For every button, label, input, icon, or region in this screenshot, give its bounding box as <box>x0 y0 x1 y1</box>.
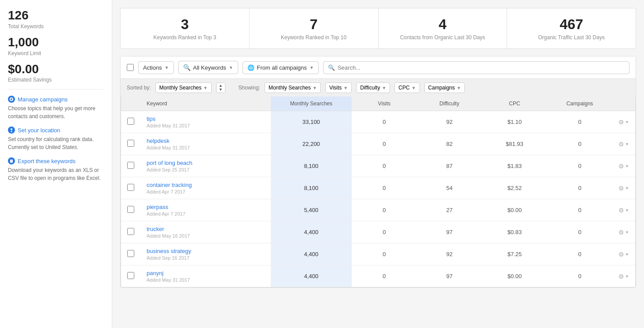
keyword-added-date: Added Sep 16 2017 <box>147 255 265 261</box>
keyword-cell: panynj Added May 31 2017 <box>140 265 271 287</box>
keyword-added-date: Added May 31 2017 <box>147 277 265 283</box>
th-campaigns[interactable]: Campaigns <box>547 97 612 111</box>
row-checkbox[interactable] <box>127 206 134 213</box>
th-checkbox <box>121 97 140 111</box>
row-actions-cell: ⚙ ▼ <box>612 243 635 265</box>
visits-cell: 0 <box>352 111 417 133</box>
row-gear-button[interactable]: ⚙ ▼ <box>618 185 629 192</box>
keyword-name[interactable]: helpdesk <box>147 138 265 144</box>
showing-visits-button[interactable]: Visits ▼ <box>325 82 352 93</box>
visits-cell: 0 <box>352 199 417 221</box>
visits-cell: 0 <box>352 221 417 243</box>
toolbar: Actions ▼ 🔍 All Keywords ▼ 🌐 From all ca… <box>121 56 636 79</box>
search-input[interactable] <box>338 64 625 71</box>
row-checkbox-cell <box>121 133 140 155</box>
search-box[interactable]: 🔍 <box>323 61 629 74</box>
stat-contacts: 4 Contacts from Organic Last 30 Days <box>379 8 508 48</box>
sorted-by-button[interactable]: Monthly Searches ▼ <box>155 82 212 93</box>
row-gear-button[interactable]: ⚙ ▼ <box>618 207 629 214</box>
th-visits[interactable]: Visits <box>352 97 417 111</box>
total-keywords-stat: 126 Total Keywords <box>8 9 104 30</box>
row-checkbox[interactable] <box>127 250 134 257</box>
keyword-added-date: Added May 31 2017 <box>147 123 265 128</box>
showing-arrow-icon: ▼ <box>313 86 317 90</box>
showing-monthly-button[interactable]: Monthly Searches ▼ <box>265 82 321 93</box>
showing-cpc-button[interactable]: CPC ▼ <box>394 82 420 93</box>
campaign-filter-arrow-icon: ▼ <box>309 65 314 70</box>
monthly-searches-cell: 5,400 <box>271 199 352 221</box>
gear-icon: ⚙ <box>618 273 624 280</box>
table-row: business strategy Added Sep 16 2017 4,40… <box>121 243 635 265</box>
select-all-checkbox[interactable] <box>127 64 134 71</box>
table-header-row: Keyword Monthly Searches Visits Difficul… <box>121 97 635 111</box>
visits-cell: 0 <box>352 243 417 265</box>
campaigns-cell: 0 <box>547 243 612 265</box>
row-gear-button[interactable]: ⚙ ▼ <box>618 141 629 148</box>
sort-direction-button[interactable]: ▲ ▼ <box>216 82 225 93</box>
keyword-name[interactable]: pierpass <box>147 204 265 210</box>
row-checkbox-cell <box>121 221 140 243</box>
row-checkbox-cell <box>121 177 140 199</box>
svg-point-1 <box>11 98 12 100</box>
estimated-savings-label: Estimated Savings <box>8 77 104 83</box>
row-checkbox-cell <box>121 243 140 265</box>
gear-icon: ⚙ <box>618 141 624 148</box>
th-cpc[interactable]: CPC <box>482 97 547 111</box>
gear-icon: ⚙ <box>618 185 624 192</box>
th-monthly[interactable]: Monthly Searches <box>271 97 352 111</box>
row-actions-cell: ⚙ ▼ <box>612 221 635 243</box>
keyword-name[interactable]: panynj <box>147 270 265 276</box>
showing-campaigns-button[interactable]: Campaigns ▼ <box>424 82 465 93</box>
row-checkbox[interactable] <box>127 228 134 235</box>
row-checkbox[interactable] <box>127 118 134 125</box>
row-checkbox[interactable] <box>127 140 134 147</box>
cpc-cell: $0.00 <box>482 199 547 221</box>
monthly-searches-cell: 4,400 <box>271 265 352 287</box>
campaign-filter-button[interactable]: 🌐 From all campaigns ▼ <box>243 61 319 74</box>
export-keywords-link[interactable]: Export these keywords <box>8 157 104 164</box>
keyword-added-date: Added Sep 25 2017 <box>147 167 265 172</box>
keyword-name[interactable]: business strategy <box>147 248 265 254</box>
row-actions-cell: ⚙ ▼ <box>612 265 635 287</box>
row-gear-button[interactable]: ⚙ ▼ <box>618 229 629 236</box>
row-checkbox[interactable] <box>127 162 134 169</box>
keyword-name[interactable]: trucker <box>147 226 265 232</box>
row-checkbox[interactable] <box>127 184 134 191</box>
row-checkbox[interactable] <box>127 272 134 279</box>
manage-campaigns-link[interactable]: Manage campaigns <box>8 96 104 103</box>
stat-contacts-label: Contacts from Organic Last 30 Days <box>383 34 503 41</box>
estimated-savings-stat: $0.00 Estimated Savings <box>8 63 104 83</box>
row-gear-button[interactable]: ⚙ ▼ <box>618 273 629 280</box>
difficulty-cell: 54 <box>417 177 482 199</box>
row-actions-cell: ⚙ ▼ <box>612 111 635 133</box>
showing-difficulty-button[interactable]: Difficulty ▼ <box>356 82 390 93</box>
th-difficulty[interactable]: Difficulty <box>417 97 482 111</box>
row-gear-button[interactable]: ⚙ ▼ <box>618 251 629 258</box>
visits-cell: 0 <box>352 177 417 199</box>
set-location-link[interactable]: Set your location <box>8 127 104 134</box>
keyword-name[interactable]: container tracking <box>147 182 265 188</box>
visits-cell: 0 <box>352 133 417 155</box>
keyword-name[interactable]: tips <box>147 116 265 122</box>
sorted-by-label: Sorted by: <box>127 85 151 91</box>
row-gear-button[interactable]: ⚙ ▼ <box>618 163 629 170</box>
all-keywords-button[interactable]: 🔍 All Keywords ▼ <box>178 61 238 74</box>
keyword-cell: helpdesk Added May 31 2017 <box>140 133 271 155</box>
th-keyword[interactable]: Keyword <box>140 97 271 111</box>
keyword-name[interactable]: port of long beach <box>147 160 265 166</box>
cpc-cell: $0.83 <box>482 221 547 243</box>
sidebar-divider-1 <box>8 89 104 89</box>
table-row: port of long beach Added Sep 25 2017 8,1… <box>121 155 635 177</box>
stat-top10: 7 Keywords Ranked in Top 10 <box>250 8 379 48</box>
sorted-by-arrow-icon: ▼ <box>203 86 208 90</box>
campaigns-cell: 0 <box>547 177 612 199</box>
visits-cell: 0 <box>352 155 417 177</box>
campaigns-cell: 0 <box>547 199 612 221</box>
table-row: helpdesk Added May 31 2017 22,200 0 82 $… <box>121 133 635 155</box>
difficulty-cell: 97 <box>417 221 482 243</box>
stats-bar: 3 Keywords Ranked in Top 3 7 Keywords Ra… <box>120 8 636 49</box>
row-gear-button[interactable]: ⚙ ▼ <box>618 119 629 126</box>
monthly-searches-cell: 22,200 <box>271 133 352 155</box>
keywords-table: Keyword Monthly Searches Visits Difficul… <box>121 97 635 287</box>
actions-button[interactable]: Actions ▼ <box>138 61 174 74</box>
